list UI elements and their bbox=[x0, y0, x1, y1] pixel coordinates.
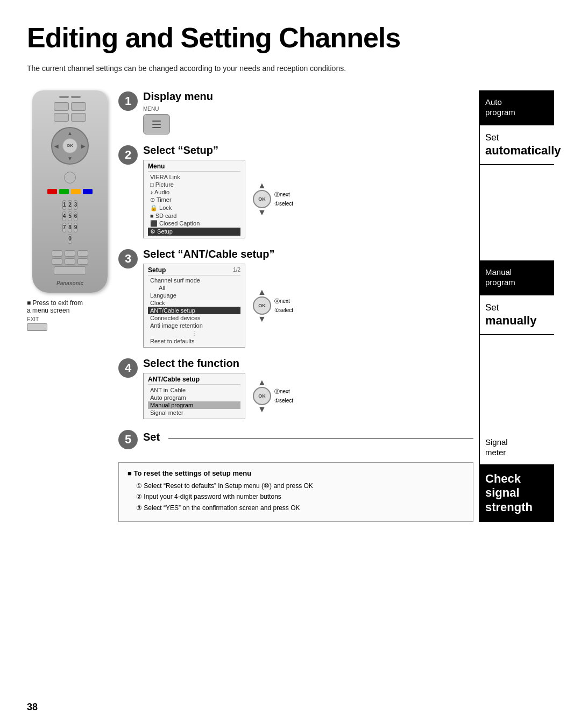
menu-dotted-sep: ⋮ bbox=[148, 330, 240, 336]
step-4-block: 4 Select the function ANT/Cable setup AN… bbox=[118, 357, 473, 419]
set-line: Set bbox=[143, 431, 473, 447]
menu-item-audio: ♪ Audio bbox=[148, 188, 240, 196]
color-buttons bbox=[47, 189, 93, 194]
step-3-nav-graphic: ▲ OK ▼ bbox=[253, 288, 271, 323]
step-1-content: Display menu MENU bbox=[143, 90, 473, 135]
sidebar-signal-top: Signal meter bbox=[480, 430, 554, 465]
step-3-page-indicator: 1/2 bbox=[233, 267, 240, 273]
sidebar-spacer1 bbox=[480, 165, 554, 260]
nav-down-icon-4: ▼ bbox=[258, 405, 266, 414]
sidebar-manual-label1: Manual bbox=[485, 267, 549, 278]
remote-btn-sm[interactable] bbox=[52, 250, 62, 257]
dpad-down-icon[interactable]: ▼ bbox=[67, 156, 73, 161]
menu-item-auto-prog: Auto program bbox=[148, 394, 240, 401]
red-button[interactable] bbox=[47, 189, 57, 194]
exit-btn-label-text: EXIT bbox=[27, 316, 113, 322]
press-exit-text1: ■ Press to exit from bbox=[27, 299, 83, 307]
menu-button-icon[interactable] bbox=[143, 114, 170, 135]
blue-button[interactable] bbox=[83, 189, 93, 194]
num-4[interactable]: 4 bbox=[62, 211, 67, 221]
menu-item-signal-meter: Signal meter bbox=[148, 409, 240, 416]
sidebar-manual-set: Set manually bbox=[480, 295, 554, 335]
yellow-button[interactable] bbox=[71, 189, 81, 194]
step-3-nav: ▲ OK ▼ Ⓐnext ①select bbox=[253, 288, 293, 323]
svg-rect-0 bbox=[152, 121, 161, 122]
green-button[interactable] bbox=[59, 189, 69, 194]
step-4-nav-graphic: ▲ OK ▼ bbox=[253, 378, 271, 414]
remote-btn-sm[interactable] bbox=[77, 250, 88, 257]
svg-rect-1 bbox=[152, 124, 161, 125]
num-3[interactable]: 3 bbox=[74, 200, 78, 210]
step-4-circle: 4 bbox=[118, 358, 138, 378]
step-3-menu-title: Setup bbox=[148, 266, 166, 274]
remote-btn-sm[interactable] bbox=[65, 258, 75, 265]
remote-btn-sm[interactable] bbox=[52, 258, 62, 265]
numpad: 1 2 3 4 5 6 7 8 9 0 bbox=[62, 200, 78, 244]
bottom-section: ■ To reset the settings of setup menu ① … bbox=[118, 462, 473, 522]
sidebar-strength-label: strength bbox=[485, 500, 549, 514]
remote-col: ▲ ▼ ◀ ▶ OK bbox=[27, 90, 113, 522]
reset-step-2-text: ② Input your 4-digit password with numbe… bbox=[136, 493, 281, 500]
sidebar-check-label: Check bbox=[485, 472, 549, 486]
step-2-circle: 2 bbox=[118, 145, 138, 165]
menu-item-language: Language bbox=[148, 292, 240, 299]
dpad-up-icon[interactable]: ▲ bbox=[67, 130, 73, 136]
dpad-right-icon[interactable]: ▶ bbox=[81, 143, 86, 149]
remote-dpad: ▲ ▼ ◀ ▶ OK bbox=[51, 127, 89, 165]
step-3-menu-header: Setup 1/2 bbox=[148, 266, 240, 275]
menu-item-timer: ⊙ Timer bbox=[148, 196, 240, 204]
num-0[interactable]: 0 bbox=[68, 234, 72, 244]
num-blank-left bbox=[62, 234, 67, 244]
menu-item-all: All bbox=[148, 284, 240, 292]
menu-item-sdcard: ■ SD card bbox=[148, 212, 240, 220]
svg-rect-2 bbox=[152, 127, 161, 128]
exit-button[interactable] bbox=[27, 323, 47, 331]
dpad-left-icon[interactable]: ◀ bbox=[54, 143, 59, 149]
reset-box: ■ To reset the settings of setup menu ① … bbox=[118, 462, 473, 522]
main-layout: ▲ ▼ ◀ ▶ OK bbox=[27, 90, 554, 522]
sidebar-auto-set: Set automatically bbox=[480, 125, 554, 165]
remote-btn-sm[interactable] bbox=[65, 250, 75, 257]
step-4-content: Select the function ANT/Cable setup ANT … bbox=[143, 357, 473, 419]
reset-step-3: ③ Select “YES” on the confirmation scree… bbox=[127, 504, 464, 513]
num-8[interactable]: 8 bbox=[68, 223, 72, 232]
step-4-annotations: Ⓐnext ①select bbox=[274, 388, 293, 404]
remote-btn[interactable] bbox=[71, 113, 86, 122]
num-9[interactable]: 9 bbox=[74, 223, 78, 232]
num-5[interactable]: 5 bbox=[68, 211, 72, 221]
menu-item-channel-surf: Channel surf mode bbox=[148, 277, 240, 284]
sidebar-auto-label4: automatically bbox=[485, 144, 549, 158]
remote-btn[interactable] bbox=[54, 102, 69, 111]
menu-item-lock: 🔒 Lock bbox=[148, 204, 240, 212]
ok-button[interactable]: OK bbox=[62, 138, 77, 153]
num-1[interactable]: 1 bbox=[62, 200, 67, 210]
return-button[interactable] bbox=[64, 172, 76, 183]
num-6[interactable]: 6 bbox=[74, 211, 78, 221]
remote-top-btns2 bbox=[54, 113, 86, 122]
menu-item-clock: Clock bbox=[148, 299, 240, 307]
menu-icon bbox=[150, 118, 163, 131]
num-7[interactable]: 7 bbox=[62, 223, 67, 232]
remote-btn[interactable] bbox=[54, 113, 69, 122]
menu-item-picture: □ Picture bbox=[148, 181, 240, 188]
sidebar-signal-label4: signal bbox=[485, 486, 549, 500]
reset-step-2: ② Input your 4-digit password with numbe… bbox=[127, 492, 464, 501]
remote-btn-sm[interactable] bbox=[77, 258, 88, 265]
num-2[interactable]: 2 bbox=[68, 200, 72, 210]
sidebar-manual-label2: program bbox=[485, 277, 549, 288]
subtitle: The current channel settings can be chan… bbox=[27, 63, 360, 74]
menu-item-connected: Connected devices bbox=[148, 314, 240, 322]
next-label-4: Ⓐnext bbox=[274, 388, 293, 395]
step-2-nav: ▲ OK ▼ Ⓐnext ①select bbox=[253, 181, 293, 217]
step-1-title: Display menu bbox=[143, 90, 473, 103]
remote-btn[interactable] bbox=[71, 102, 86, 111]
remote-btn-wide[interactable] bbox=[54, 266, 86, 275]
next-label-2: Ⓐnext bbox=[274, 191, 293, 199]
steps-and-remote: ▲ ▼ ◀ ▶ OK bbox=[27, 90, 473, 522]
sidebar-set-label2: Set bbox=[485, 302, 549, 314]
step-3-content: Select “ANT/Cable setup” Setup 1/2 Chann… bbox=[143, 248, 473, 348]
step-4-nav: ▲ OK ▼ Ⓐnext ①select bbox=[253, 378, 293, 414]
step-2-menu-area: Menu VIERA Link □ Picture ♪ Audio ⊙ Time… bbox=[143, 160, 473, 238]
step-3-menu-area: Setup 1/2 Channel surf mode All Language… bbox=[143, 264, 473, 348]
sidebar-auto-label2: program bbox=[485, 107, 549, 118]
